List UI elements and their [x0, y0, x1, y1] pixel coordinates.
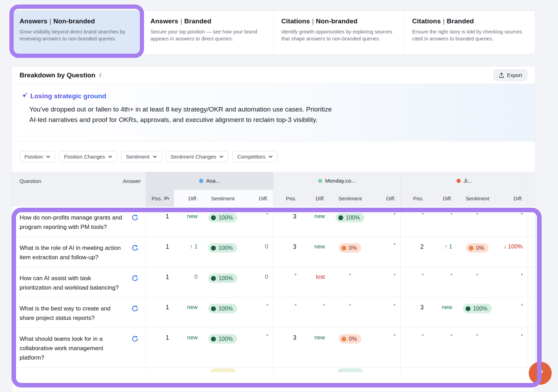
sentiment-badge-positive: 100%	[208, 304, 237, 313]
cell-sentiment-diff	[244, 213, 273, 215]
diff-new: new	[314, 243, 325, 250]
column-header-sentiment[interactable]: Sentiment	[329, 190, 372, 207]
empty-value-dot	[521, 213, 523, 215]
filter-position-changes[interactable]: Position Changes	[59, 151, 117, 162]
cell-sentiment: 100%	[201, 243, 245, 253]
info-icon[interactable]: i	[99, 72, 101, 78]
cell-sentiment-diff	[244, 304, 273, 306]
column-header-sentiment[interactable]: Sentiment	[456, 190, 499, 207]
export-button[interactable]: Export	[493, 69, 527, 81]
column-header-diff[interactable]: Diff.	[301, 190, 329, 207]
sentiment-badge-positive: 100%	[208, 274, 237, 283]
sentiment-badge-negative: 0%	[339, 243, 361, 253]
filter-sentiment-changes[interactable]: Sentiment Changes	[166, 151, 229, 162]
refresh-answer-icon[interactable]	[131, 214, 139, 221]
cell-pos: 1	[146, 334, 174, 341]
cell-pos: 1	[146, 304, 174, 311]
tab-answers-non-branded[interactable]: Answers|Non-branded Grow visibility beyo…	[12, 11, 143, 54]
column-header-pos[interactable]: Pos.	[401, 190, 429, 207]
header-spare	[528, 172, 535, 207]
cell-pos	[401, 274, 429, 275]
cell-diff: 0	[174, 274, 201, 280]
sentiment-badge-positive: 100%	[208, 243, 237, 253]
help-button[interactable]: ?	[529, 362, 552, 385]
cell-sentiment: 100%	[329, 213, 372, 222]
diff-new: new	[187, 213, 197, 220]
cell-sentiment: 100%	[201, 334, 245, 344]
refresh-answer-icon[interactable]	[131, 244, 139, 252]
cell-diff: new	[174, 304, 201, 310]
position-value: 1	[166, 243, 169, 251]
filter-sentiment[interactable]: Sentiment	[121, 151, 162, 162]
competitor-group-header[interactable]: Ji...	[401, 172, 528, 190]
table-row: How do non-profits manage grants and pro…	[12, 207, 535, 237]
column-header-sentiment[interactable]: Sentiment	[201, 190, 245, 207]
cell-sentiment	[329, 274, 372, 275]
column-header-pos[interactable]: Pos.	[273, 190, 301, 207]
filter-bar: Position Position Changes Sentiment Sent…	[12, 141, 535, 172]
empty-value-dot	[521, 274, 523, 275]
competitor-group: Asa...Pos.Diff.SentimentDiff.	[146, 172, 273, 207]
empty-value-dot	[476, 274, 478, 275]
chevron-down-icon	[108, 155, 112, 158]
column-header-diff[interactable]: Diff.	[244, 190, 273, 207]
refresh-answer-icon[interactable]	[131, 335, 139, 343]
cell-pos: 3	[273, 243, 301, 251]
empty-value-dot	[422, 334, 424, 336]
tab-title: Answers|Branded	[150, 17, 265, 25]
tab-answers-branded[interactable]: Answers|Branded Secure your top position…	[143, 11, 273, 54]
empty-value-dot	[266, 213, 268, 215]
chevron-down-icon	[219, 155, 224, 158]
chevron-down-icon	[153, 155, 157, 158]
diff-new: new	[314, 213, 325, 220]
cell-pos	[401, 334, 429, 336]
position-value: 1	[166, 213, 169, 220]
diff-new: new	[442, 304, 452, 310]
cell-sentiment-diff	[499, 334, 528, 336]
cell-sentiment-diff	[499, 213, 528, 215]
breakdown-panel: Breakdown by Question i Export ✦✦ Losing…	[12, 66, 535, 392]
empty-value-dot	[349, 304, 351, 306]
cell-pos: 3	[273, 334, 301, 341]
column-header-diff[interactable]: Diff.	[499, 190, 528, 207]
cell-sentiment	[329, 304, 372, 306]
competitor-group-header[interactable]: Monday.co...	[273, 172, 400, 190]
refresh-answer-icon[interactable]	[131, 305, 139, 312]
empty-value-dot	[295, 274, 296, 275]
cell-diff	[301, 304, 329, 306]
column-header-diff[interactable]: Diff.	[174, 190, 201, 207]
export-icon	[499, 72, 504, 78]
tab-citations-non-branded[interactable]: Citations|Non-branded Identify growth op…	[274, 11, 405, 54]
cell-diff: ↑ 1	[429, 243, 456, 250]
empty-value-dot	[422, 274, 424, 275]
cell-sentiment: 100%	[201, 274, 245, 283]
sort-icon	[164, 196, 169, 200]
tab-description: Grow visibility beyond direct brand sear…	[20, 28, 135, 42]
empty-value-dot	[394, 304, 395, 306]
competitor-group: Ji...Pos.Diff.SentimentDiff.	[400, 172, 528, 207]
cell-diff: new	[301, 243, 329, 250]
diff-new: new	[314, 334, 325, 341]
questions-table: Question Answer Asa...Pos.Diff.Sentiment…	[12, 172, 535, 372]
refresh-answer-icon[interactable]	[131, 274, 139, 282]
cell-diff: new	[301, 334, 329, 341]
column-header-diff[interactable]: Diff.	[372, 190, 400, 207]
cell-pos: 2	[401, 243, 429, 251]
sentiment-badge-partial	[210, 368, 235, 372]
table-row: What should teams look for in a collabor…	[12, 328, 535, 368]
question-text	[12, 368, 124, 372]
filter-competitors[interactable]: Competitors	[232, 151, 278, 162]
column-header-pos[interactable]: Pos.	[146, 190, 174, 207]
diff-up: ↑ 1	[190, 243, 198, 250]
column-header-diff[interactable]: Diff.	[429, 190, 456, 207]
tab-citations-branded[interactable]: Citations|Branded Ensure the right story…	[405, 11, 535, 54]
competitor-group-header[interactable]: Asa...	[146, 172, 273, 190]
insight-title: Losing strategic ground	[30, 92, 106, 100]
tab-description: Identify growth opportunities by explori…	[281, 28, 397, 42]
competitor-color-dot	[318, 179, 322, 183]
cell-diff	[429, 334, 456, 336]
cell-sentiment: 0%	[329, 334, 372, 344]
sentiment-badge-positive: 100%	[463, 304, 492, 313]
empty-value-dot	[394, 334, 395, 336]
filter-position[interactable]: Position	[20, 151, 55, 162]
